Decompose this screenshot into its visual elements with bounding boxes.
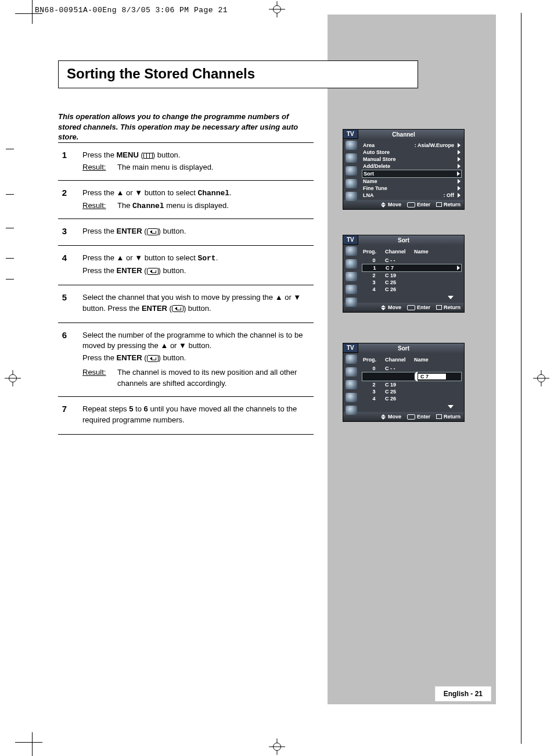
chevron-right-icon [458, 150, 461, 155]
step-3: 3 Press the ENTER () button. [58, 218, 314, 245]
osd-sort-row[interactable]: 4C 26 [363, 286, 461, 293]
result-label: Result: [82, 162, 111, 173]
osd-side-icons [343, 244, 359, 309]
step-number: 7 [58, 404, 71, 427]
page-title: Sorting the Stored Channels [67, 66, 409, 82]
osd-icon [346, 380, 357, 389]
registration-mark-top [269, 1, 285, 17]
osd-hints: Move Enter Return [343, 200, 464, 209]
osd-sort-header: Prog.ChannelName [363, 248, 461, 257]
osd-title: Sort [343, 343, 464, 353]
osd-sort-header: Prog.ChannelName [363, 356, 461, 365]
steps-list: 1 Press the MENU () button. Result: The … [58, 142, 314, 435]
crop-mark-bottom-left [32, 732, 42, 743]
enter-icon [407, 305, 415, 310]
result-text: The main menu is displayed. [117, 162, 314, 173]
osd-menu-item[interactable]: Fine Tune [363, 185, 461, 192]
osd-menu-item[interactable]: Manual Store [363, 156, 461, 163]
chevron-right-icon [458, 157, 461, 162]
crop-rule-right [521, 13, 521, 744]
osd-icon [346, 393, 357, 402]
osd-tv-tab: TV [343, 343, 358, 353]
intro-text: This operation allows you to change the … [58, 112, 308, 142]
osd-side-icons [343, 352, 359, 417]
step-text: Select the channel that you wish to move… [82, 292, 314, 314]
osd-tv-tab: TV [343, 129, 358, 139]
menu-icon [143, 153, 153, 159]
enter-icon [147, 228, 159, 235]
step-number: 3 [58, 226, 71, 238]
osd-sort-row[interactable]: 2C 19 [363, 381, 461, 388]
step-number: 4 [58, 253, 71, 278]
osd-sort-move: TV Sort Prog.ChannelName 0C - - C 72C 19… [343, 343, 465, 422]
crop-mark-top-left [32, 13, 42, 24]
step-5: 5 Select the channel that you wish to mo… [58, 285, 314, 323]
step-text: Press the ▲ or ▼ button to select Channe… [82, 188, 314, 199]
osd-sort-row[interactable]: 0C - - [363, 257, 461, 264]
osd-menu-item[interactable]: Area: Asia/W.Europe [363, 142, 461, 149]
osd-title: Sort [343, 235, 464, 245]
chevron-right-icon [458, 143, 461, 148]
updown-icon [380, 414, 386, 420]
osd-icon [346, 298, 357, 307]
page-title-box: Sorting the Stored Channels [58, 60, 418, 88]
enter-icon [407, 202, 415, 207]
registration-mark-right [533, 370, 549, 386]
osd-more-down-icon [363, 293, 461, 302]
osd-sort-row[interactable]: C 7 [362, 372, 462, 381]
enter-icon [172, 305, 184, 312]
osd-hints: Move Enter Return [343, 412, 464, 421]
chevron-right-icon [458, 179, 461, 184]
step-text: Press the ▲ or ▼ button to select Sort. [82, 253, 314, 264]
osd-menu-item[interactable]: Name [363, 178, 461, 185]
osd-icon [346, 259, 357, 268]
osd-icon [346, 153, 357, 163]
osd-menu-item[interactable]: Auto Store [363, 149, 461, 156]
osd-sort-row[interactable]: 0C - - [363, 365, 461, 372]
osd-channel-menu: TV Channel Area: Asia/W.EuropeAuto Store… [343, 129, 465, 210]
osd-menu-item[interactable]: LNA: Off [363, 192, 461, 199]
osd-title: Channel [343, 130, 464, 139]
enter-icon [147, 268, 159, 275]
osd-sort-select: TV Sort Prog.ChannelName 0C - -1C 72C 19… [343, 235, 465, 313]
chevron-right-icon [458, 164, 461, 169]
result-label: Result: [82, 200, 111, 212]
registration-mark-bottom [269, 739, 285, 755]
result-label: Result: [82, 367, 111, 389]
osd-icon [346, 141, 357, 150]
osd-sort-row[interactable]: 3C 25 [363, 388, 461, 395]
registration-mark-left [5, 370, 21, 386]
chevron-right-icon [457, 266, 460, 270]
step-text: Press the ENTER () button. [82, 353, 314, 364]
osd-icon [346, 166, 357, 175]
return-icon [436, 202, 442, 207]
osd-edit-value[interactable]: C 7 [418, 373, 447, 380]
osd-icon [346, 285, 357, 294]
step-number: 1 [58, 150, 71, 173]
enter-icon [407, 414, 415, 420]
osd-menu-item[interactable]: Add/Delete [363, 163, 461, 170]
step-7: 7 Repeat steps 5 to 6 until you have mov… [58, 396, 314, 435]
osd-icon [346, 179, 357, 188]
return-icon [436, 414, 442, 419]
osd-hints: Move Enter Return [343, 303, 464, 312]
trim-tick [6, 228, 14, 228]
trim-tick [6, 149, 14, 149]
trim-tick [6, 279, 14, 280]
osd-tv-tab: TV [343, 235, 358, 245]
chevron-right-icon [457, 171, 460, 176]
updown-icon [380, 202, 386, 207]
osd-sort-row[interactable]: 2C 19 [363, 272, 461, 279]
osd-sort-row[interactable]: 3C 25 [363, 279, 461, 286]
osd-more-down-icon [363, 402, 461, 411]
step-text: Select the number of the programme to wh… [82, 330, 314, 352]
osd-sort-row[interactable]: 1C 7 [362, 264, 462, 272]
chevron-right-icon [458, 193, 461, 198]
page-footer: English - 21 [435, 686, 491, 701]
osd-content: Prog.ChannelName 0C - -1C 72C 193C 254C … [361, 245, 464, 303]
chevron-right-icon [458, 186, 461, 191]
osd-sort-row[interactable]: 4C 26 [363, 395, 461, 402]
osd-icon [346, 272, 357, 281]
osd-icon [346, 406, 357, 415]
osd-menu-item[interactable]: Sort [362, 170, 462, 178]
